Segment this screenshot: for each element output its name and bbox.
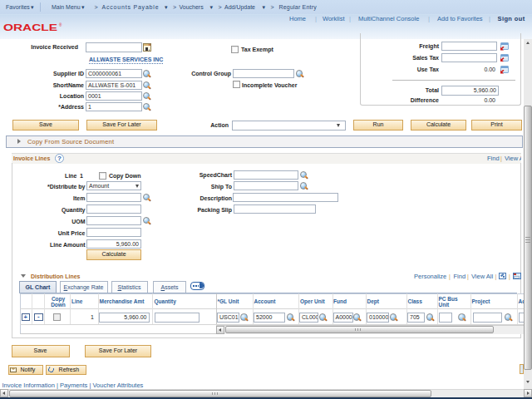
- svg-text:®: ®: [59, 22, 62, 27]
- svg-text:ORACLE: ORACLE: [3, 22, 57, 32]
